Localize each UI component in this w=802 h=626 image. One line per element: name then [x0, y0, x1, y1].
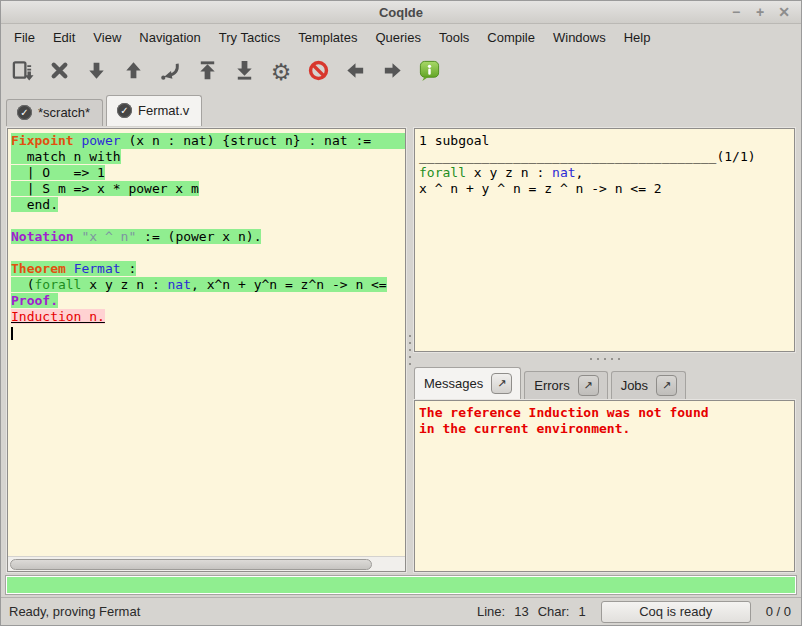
- code-line: The reference Induction was not found: [419, 405, 792, 421]
- forward-one-icon: [85, 59, 108, 86]
- detach-icon: ↗: [584, 379, 593, 392]
- menu-navigation[interactable]: Navigation: [130, 26, 209, 49]
- menu-try-tactics[interactable]: Try Tactics: [210, 26, 289, 49]
- code-line: 1 subgoal: [419, 133, 792, 149]
- horizontal-splitter[interactable]: [414, 352, 795, 365]
- code-editor[interactable]: Fixpoint power (x n : nat) {struct n} : …: [8, 129, 405, 556]
- previous-occurrence-button[interactable]: [340, 56, 370, 88]
- menu-templates[interactable]: Templates: [289, 26, 366, 49]
- tab-jobs[interactable]: Jobs ↗: [611, 371, 686, 400]
- right-column: 1 subgoal_______________________________…: [414, 128, 795, 572]
- tab-check-icon: ✓: [17, 105, 32, 120]
- code-line: match n with: [11, 149, 405, 165]
- menu-tools[interactable]: Tools: [430, 26, 478, 49]
- char-label: Char:: [538, 604, 570, 619]
- save-icon: [11, 59, 34, 86]
- about-icon: [418, 59, 441, 86]
- detach-errors-button[interactable]: ↗: [578, 375, 599, 396]
- code-line: end.: [11, 197, 405, 213]
- messages-pane: The reference Induction was not foundin …: [414, 400, 795, 572]
- char-value: 1: [578, 604, 585, 619]
- go-to-end-button[interactable]: [229, 56, 259, 88]
- go-to-start-icon: [196, 59, 219, 86]
- detach-messages-button[interactable]: ↗: [491, 373, 512, 394]
- menu-compile[interactable]: Compile: [478, 26, 544, 49]
- scrollbar-thumb[interactable]: [10, 559, 372, 570]
- maximize-button[interactable]: +: [751, 3, 769, 21]
- jobs-counter: 0 / 0: [766, 604, 791, 619]
- menu-view[interactable]: View: [84, 26, 130, 49]
- tab-fermat[interactable]: ✓ Fermat.v: [106, 95, 202, 126]
- vertical-splitter[interactable]: [406, 128, 414, 572]
- menu-queries[interactable]: Queries: [366, 26, 430, 49]
- interrupt-button[interactable]: [303, 56, 333, 88]
- code-line: (forall x y z n : nat, x^n + y^n = z^n -…: [11, 277, 405, 293]
- menu-help[interactable]: Help: [615, 26, 660, 49]
- statusbar: Ready, proving Fermat Line: 13 Char: 1 C…: [1, 597, 801, 625]
- tab-errors[interactable]: Errors ↗: [524, 371, 607, 400]
- coq-state-indicator: Coq is ready: [601, 601, 751, 623]
- window-title: CoqIde: [1, 5, 801, 20]
- code-line: | O => 1: [11, 165, 405, 181]
- tab-label: *scratch*: [38, 105, 90, 120]
- coq-state-text: Coq is ready: [639, 604, 712, 619]
- menu-file[interactable]: File: [5, 26, 44, 49]
- go-to-end-icon: [233, 59, 256, 86]
- line-value: 13: [514, 604, 528, 619]
- next-occurrence-button[interactable]: [377, 56, 407, 88]
- text-caret: [11, 327, 13, 340]
- interrupt-icon: [307, 59, 330, 86]
- code-line: x ^ n + y ^ n = z ^ n -> n <= 2: [419, 181, 792, 197]
- line-label: Line:: [477, 604, 505, 619]
- detach-icon: ↗: [662, 379, 671, 392]
- goals-pane: 1 subgoal_______________________________…: [414, 128, 795, 352]
- go-to-start-button[interactable]: [192, 56, 222, 88]
- forward-one-button[interactable]: [81, 56, 111, 88]
- horizontal-scrollbar[interactable]: [8, 556, 405, 571]
- menu-windows[interactable]: Windows: [544, 26, 615, 49]
- window-controls: − + ✕: [727, 3, 801, 21]
- tab-label: Fermat.v: [138, 103, 189, 118]
- minimize-button[interactable]: −: [727, 3, 745, 21]
- code-line: in the current environment.: [419, 421, 792, 437]
- menu-edit[interactable]: Edit: [44, 26, 84, 49]
- code-line: [11, 213, 405, 229]
- go-to-cursor-button[interactable]: [155, 56, 185, 88]
- titlebar[interactable]: CoqIde − + ✕: [1, 1, 801, 24]
- toolbar: ⚙: [1, 51, 801, 93]
- status-message: Ready, proving Fermat: [9, 604, 477, 619]
- save-button[interactable]: [7, 56, 37, 88]
- tab-check-icon: ✓: [117, 103, 132, 118]
- backward-one-icon: [122, 59, 145, 86]
- tab-label: Errors: [534, 378, 569, 393]
- editor-pane: Fixpoint power (x n : nat) {struct n} : …: [7, 128, 406, 572]
- menubar: File Edit View Navigation Try Tactics Te…: [1, 24, 801, 51]
- code-line: [11, 325, 405, 341]
- tab-messages[interactable]: Messages ↗: [414, 367, 521, 400]
- next-occurrence-icon: [381, 59, 404, 86]
- tab-label: Messages: [424, 376, 483, 391]
- close-doc-icon: [48, 59, 71, 86]
- tab-scratch[interactable]: ✓ *scratch*: [6, 99, 103, 126]
- code-line: Proof.: [11, 293, 405, 309]
- gear-icon: ⚙: [271, 61, 292, 84]
- about-button[interactable]: [414, 56, 444, 88]
- detach-icon: ↗: [497, 377, 506, 390]
- previous-occurrence-icon: [344, 59, 367, 86]
- backward-one-button[interactable]: [118, 56, 148, 88]
- coqide-window: CoqIde − + ✕ File Edit View Navigation T…: [0, 0, 802, 626]
- settings-button[interactable]: ⚙: [266, 56, 296, 88]
- code-line: Theorem Fermat :: [11, 261, 405, 277]
- editor-tabbar: ✓ *scratch* ✓ Fermat.v: [1, 93, 801, 126]
- code-line: [11, 245, 405, 261]
- progress-bar: [5, 575, 797, 595]
- close-doc-button[interactable]: [44, 56, 74, 88]
- message-tabbar: Messages ↗ Errors ↗ Jobs ↗: [414, 365, 795, 400]
- main-area: Fixpoint power (x n : nat) {struct n} : …: [1, 126, 801, 574]
- code-line: Induction n.: [11, 309, 405, 325]
- close-button[interactable]: ✕: [775, 3, 793, 21]
- detach-jobs-button[interactable]: ↗: [656, 375, 677, 396]
- go-to-cursor-icon: [159, 59, 182, 86]
- code-line: ______________________________________(1…: [419, 149, 792, 165]
- code-line: Notation "x ^ n" := (power x n).: [11, 229, 405, 245]
